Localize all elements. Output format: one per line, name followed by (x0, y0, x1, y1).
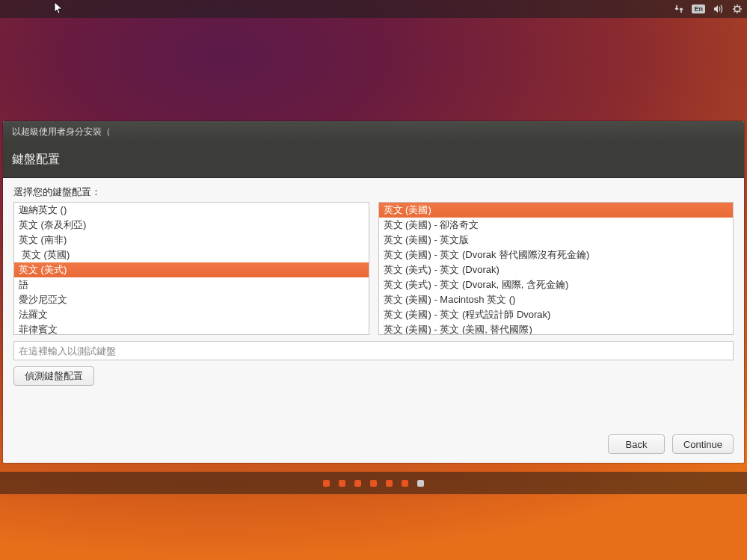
variant-row[interactable]: 英文 (美國) - 英文 (程式設計師 Dvorak) (379, 307, 734, 322)
layout-row[interactable]: 英文 (美式) (14, 262, 369, 277)
variant-row[interactable]: 英文 (美國) - Macintosh 英文 () (379, 292, 734, 307)
back-button[interactable]: Back (608, 434, 665, 454)
layout-row[interactable]: 英文 (南非) (14, 233, 369, 247)
window-title: 以超級使用者身分安裝（ (12, 126, 111, 138)
detect-layout-button[interactable]: 偵測鍵盤配置 (13, 366, 94, 386)
layout-row[interactable]: 英文 (英國) (14, 247, 369, 262)
language-indicator[interactable]: En (692, 4, 705, 13)
progress-dot (386, 480, 393, 487)
variant-row[interactable]: 英文 (美國) - 卻洛奇文 (379, 218, 734, 233)
layout-row[interactable]: 愛沙尼亞文 (14, 292, 369, 307)
continue-button[interactable]: Continue (672, 434, 734, 454)
footer-buttons: Back Continue (608, 434, 734, 454)
variant-row[interactable]: 英文 (美式) - 英文 (Dvorak) (379, 262, 734, 277)
variant-row[interactable]: 英文 (美國) - 英文 (美國, 替代國際) (379, 322, 734, 335)
progress-dot (417, 480, 424, 487)
progress-dot (370, 480, 377, 487)
sound-indicator-icon[interactable] (713, 4, 725, 14)
keyboard-lists: 迦納英文 ()英文 (奈及利亞)英文 (南非)英文 (英國)英文 (美式)語愛沙… (13, 202, 734, 335)
network-indicator-icon[interactable] (674, 4, 684, 14)
language-badge: En (692, 4, 705, 13)
choose-label: 選擇您的鍵盤配置： (13, 185, 734, 199)
keyboard-test-input[interactable] (13, 341, 734, 360)
variant-row[interactable]: 英文 (美式) - 英文 (Dvorak, 國際, 含死金鑰) (379, 277, 734, 292)
variant-row[interactable]: 英文 (美國) - 英文 (Dvorak 替代國際沒有死金鑰) (379, 247, 734, 262)
progress-dots (0, 472, 747, 494)
layout-row[interactable]: 英文 (奈及利亞) (14, 218, 369, 233)
top-menubar: En (0, 0, 747, 18)
layout-list-left[interactable]: 迦納英文 ()英文 (奈及利亞)英文 (南非)英文 (英國)英文 (美式)語愛沙… (13, 202, 369, 335)
variant-row[interactable]: 英文 (美國) - 英文版 (379, 233, 734, 247)
installer-window: 以超級使用者身分安裝（ 鍵盤配置 選擇您的鍵盤配置： 迦納英文 ()英文 (奈及… (3, 121, 744, 463)
window-titlebar: 以超級使用者身分安裝（ (3, 121, 744, 142)
layout-row[interactable]: 菲律賓文 (14, 322, 369, 335)
page-title: 鍵盤配置 (12, 152, 60, 167)
svg-point-0 (735, 7, 740, 12)
layout-row[interactable]: 迦納英文 () (14, 203, 369, 218)
layout-row[interactable]: 語 (14, 277, 369, 292)
installer-content: 選擇您的鍵盤配置： 迦納英文 ()英文 (奈及利亞)英文 (南非)英文 (英國)… (3, 178, 744, 463)
layout-row[interactable]: 法羅文 (14, 307, 369, 322)
progress-dot (402, 480, 408, 487)
progress-dot (339, 480, 345, 487)
variant-row[interactable]: 英文 (美國) (379, 203, 734, 218)
layout-list-right[interactable]: 英文 (美國)英文 (美國) - 卻洛奇文英文 (美國) - 英文版英文 (美國… (378, 202, 734, 335)
progress-dot (354, 480, 361, 487)
page-header: 鍵盤配置 (3, 142, 744, 178)
system-indicator-icon[interactable] (732, 4, 743, 14)
progress-dot (323, 480, 330, 487)
